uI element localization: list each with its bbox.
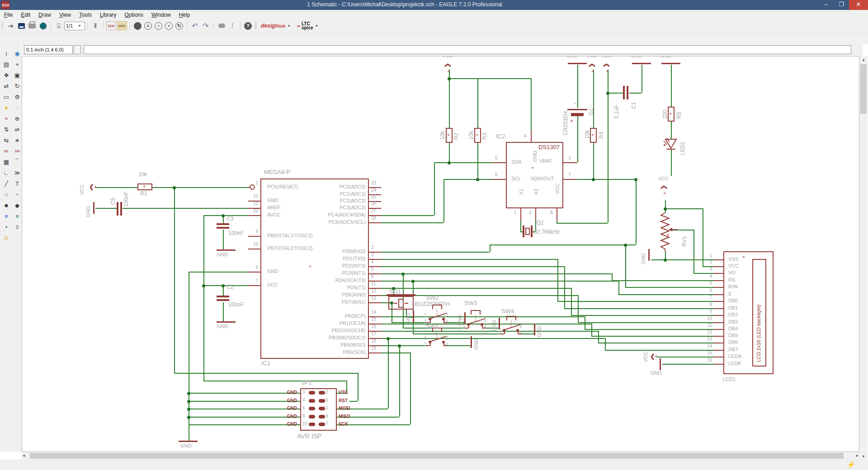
copy-tool-icon[interactable]: ▣ xyxy=(13,70,22,80)
help-icon[interactable]: ? xyxy=(244,22,252,30)
horizontal-scroll-thumb[interactable] xyxy=(30,453,844,459)
value-tool-icon[interactable]: 10k xyxy=(13,146,22,155)
add-tool-icon[interactable]: ⊕ xyxy=(13,114,22,123)
attribute-tool-icon[interactable]: ▦ xyxy=(2,157,11,166)
schematic-icon[interactable]: SCH xyxy=(106,21,116,30)
capacitor-c5[interactable] xyxy=(117,202,118,216)
capacitor-c3[interactable] xyxy=(217,227,229,229)
coordinate-mode-button[interactable] xyxy=(74,45,81,54)
delete-tool-icon[interactable]: × xyxy=(2,114,11,123)
capacitor-c1[interactable] xyxy=(627,86,628,99)
battery-plate[interactable] xyxy=(571,113,584,116)
drc-lightning-icon[interactable]: ⚡ xyxy=(847,461,855,469)
paint-tool-icon[interactable]: ● xyxy=(2,103,11,112)
wire-tool-icon[interactable]: ╱ xyxy=(2,179,11,188)
capacitor-c5[interactable] xyxy=(120,202,122,216)
go-icon[interactable]: ⁞ xyxy=(227,21,237,30)
info-tool-icon[interactable]: i xyxy=(2,49,11,58)
crystal-plate[interactable] xyxy=(523,226,524,237)
capacitor-c3[interactable] xyxy=(217,223,229,225)
save-icon[interactable] xyxy=(16,21,26,30)
scroll-down-icon[interactable]: ▾ xyxy=(859,454,868,459)
sheet-list-icon[interactable]: ⫴ xyxy=(90,21,100,30)
smash-tool-icon[interactable]: ∗ xyxy=(13,136,22,145)
board-icon[interactable]: BRD xyxy=(117,21,127,30)
zoom-out-icon[interactable]: − xyxy=(155,22,162,30)
led1-symbol[interactable] xyxy=(663,137,679,154)
pin-icon[interactable]: ⍗ xyxy=(54,21,64,30)
scroll-right-icon[interactable]: ▸ xyxy=(856,453,859,458)
scroll-up-icon[interactable]: ▴ xyxy=(859,57,868,62)
open-icon[interactable]: ⇥ xyxy=(5,21,15,30)
label-tool-icon[interactable]: ◊ xyxy=(13,222,22,231)
menu-draw[interactable]: Draw xyxy=(34,11,55,19)
menu-file[interactable]: File xyxy=(0,11,17,19)
ltc-dropdown-icon[interactable]: ▼ xyxy=(315,24,319,28)
erc-tool-icon[interactable]: ⚠ xyxy=(2,233,11,242)
maximize-button[interactable]: ❐ xyxy=(834,0,849,10)
schematic-label: CR2032H xyxy=(562,111,569,135)
junction-tool-icon[interactable]: • xyxy=(2,222,11,231)
menu-edit[interactable]: Edit xyxy=(17,11,34,19)
capacitor-c1[interactable] xyxy=(623,86,625,99)
menu-library[interactable]: Library xyxy=(96,11,121,19)
split-tool-icon[interactable]: ≫ xyxy=(13,168,22,177)
rotate-tool-icon[interactable]: ↻ xyxy=(13,81,22,90)
vertical-scrollbar[interactable]: ▴ ▾ xyxy=(859,56,868,460)
menu-help[interactable]: Help xyxy=(175,11,194,19)
move-tool-icon[interactable]: ❖ xyxy=(2,70,11,80)
zoom-fit-icon[interactable] xyxy=(134,22,142,30)
ltcspice-button[interactable]: ⌁ LTCspice xyxy=(297,22,313,30)
change-tool-icon[interactable]: ⚙ xyxy=(13,92,22,101)
zoom-in-icon[interactable]: + xyxy=(144,22,152,30)
capacitor-c2[interactable] xyxy=(217,299,229,301)
sheet-selector[interactable]: 1/1▼ xyxy=(64,22,85,30)
resistor-cross: + xyxy=(591,132,594,137)
title-bar[interactable]: SCH 1 Schematic - C:\Users\Michał\Deskto… xyxy=(0,0,868,10)
menu-window[interactable]: Window xyxy=(147,11,175,19)
crystal-plate[interactable] xyxy=(531,226,533,237)
minimize-button[interactable]: – xyxy=(818,0,834,10)
net-tool-icon[interactable]: ≡ xyxy=(13,212,22,221)
pinswap-tool-icon[interactable]: ⇅ xyxy=(2,125,11,134)
undo-icon[interactable]: ↶ xyxy=(190,21,200,30)
redraw-icon[interactable]: ↻ xyxy=(175,22,183,30)
replace-tool-icon[interactable]: ⇌ xyxy=(13,125,22,134)
mark-tool-icon[interactable]: + xyxy=(13,60,22,69)
pin-number: 2 xyxy=(462,324,465,329)
export-image-icon[interactable] xyxy=(38,21,48,30)
rect-tool-icon[interactable]: ■ xyxy=(2,201,11,210)
command-input[interactable] xyxy=(84,45,851,54)
menu-tools[interactable]: Tools xyxy=(75,11,96,19)
arc-tool-icon[interactable]: ⌢ xyxy=(13,190,22,199)
gateswap-tool-icon[interactable]: ⇆ xyxy=(2,136,11,145)
show-tool-icon[interactable]: ◉ xyxy=(13,49,22,58)
vertical-scroll-thumb[interactable] xyxy=(860,64,867,114)
group-tool-icon[interactable]: ▭ xyxy=(2,92,11,101)
bus-tool-icon[interactable]: ≡ xyxy=(2,212,11,221)
scroll-left-icon[interactable]: ◂ xyxy=(23,453,25,458)
text-tool-icon[interactable]: T xyxy=(13,179,22,188)
probe-tool-icon[interactable]: · xyxy=(13,103,22,112)
close-button[interactable]: ✕ xyxy=(849,0,868,10)
polygon-tool-icon[interactable]: ◆ xyxy=(13,201,22,210)
circle-tool-icon[interactable]: ○ xyxy=(2,190,11,199)
name-tool-icon[interactable]: R2 xyxy=(2,146,11,155)
stop-icon[interactable] xyxy=(217,21,226,30)
zoom-select-icon[interactable]: • xyxy=(165,22,173,30)
mirror-tool-icon[interactable]: ⇄ xyxy=(2,81,11,90)
capacitor-c2[interactable] xyxy=(217,296,229,297)
schematic-canvas[interactable]: +1PC6(/RESET)22GND21AREF20AVCC9PB6(XTAL1… xyxy=(22,56,859,452)
menu-options[interactable]: Options xyxy=(121,11,147,19)
designlink-button[interactable]: designlink xyxy=(261,23,285,29)
battery-plate[interactable] xyxy=(567,109,587,110)
redo-icon[interactable]: ↷ xyxy=(201,21,211,30)
designlink-dropdown-icon[interactable]: ▼ xyxy=(287,24,291,28)
menu-view[interactable]: View xyxy=(55,11,75,19)
print-icon[interactable] xyxy=(27,21,37,30)
corner-tool-icon[interactable]: ∟ xyxy=(2,168,11,177)
display-tool-icon[interactable]: ▤ xyxy=(2,60,11,69)
horizontal-scrollbar[interactable]: ◂ ▸ xyxy=(22,452,859,460)
miter-tool-icon[interactable]: ⌒ xyxy=(13,157,22,166)
rv1-potentiometer-symbol[interactable]: + xyxy=(655,209,680,254)
